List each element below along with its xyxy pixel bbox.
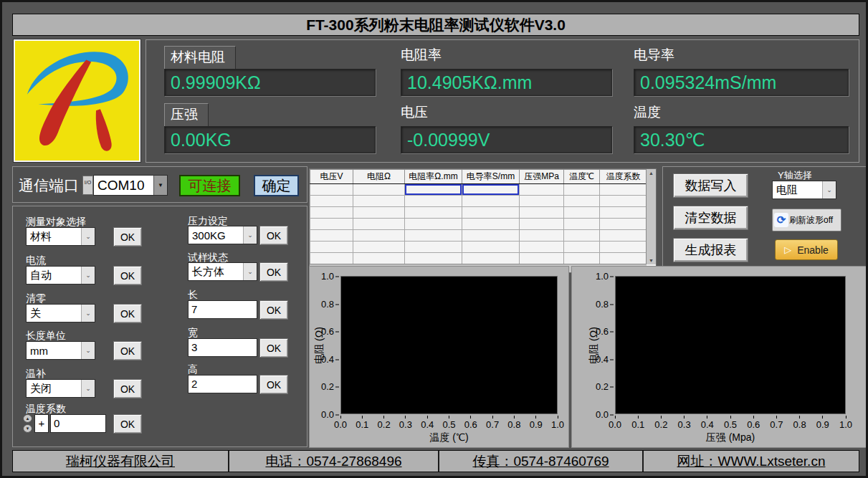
current-ok-button[interactable]: OK <box>113 266 142 285</box>
measure-object-ok-button[interactable]: OK <box>113 227 142 247</box>
width-input[interactable]: 3 <box>188 338 257 357</box>
table-cell[interactable] <box>310 242 353 253</box>
chevron-down-icon[interactable]: ⌄ <box>81 380 95 397</box>
table-cell[interactable] <box>462 184 520 196</box>
temp-coefficient-ok-button[interactable]: OK <box>113 414 142 434</box>
table-column-header[interactable]: 温度系数 <box>600 170 647 184</box>
table-cell[interactable] <box>564 219 600 230</box>
table-cell[interactable] <box>462 253 520 264</box>
enable-button[interactable]: ▷ Enable <box>775 239 838 260</box>
chevron-down-icon[interactable]: ⌄ <box>81 228 95 245</box>
sample-state-select[interactable]: 长方体⌄ <box>188 262 257 281</box>
table-cell[interactable] <box>520 207 564 219</box>
table-cell[interactable] <box>310 207 353 219</box>
table-cell[interactable] <box>462 242 520 253</box>
chevron-down-icon[interactable]: ⌄ <box>81 342 95 359</box>
height-input[interactable]: 2 <box>188 375 257 393</box>
table-cell[interactable] <box>405 219 462 230</box>
table-cell[interactable] <box>462 219 520 230</box>
plot-area[interactable] <box>340 276 558 414</box>
length-input[interactable]: 7 <box>188 300 257 319</box>
table-cell[interactable] <box>564 242 600 253</box>
table-cell[interactable] <box>310 219 353 230</box>
table-column-header[interactable]: 电阻Ω <box>353 170 405 184</box>
table-cell[interactable] <box>564 207 600 219</box>
table-column-header[interactable]: 温度℃ <box>564 170 600 184</box>
confirm-button[interactable]: 确定 <box>254 175 299 196</box>
chevron-down-icon[interactable]: ⌄ <box>243 226 257 244</box>
table-cell[interactable] <box>600 230 647 242</box>
refresh-waveform-button[interactable]: ⟳ 刷新波形off <box>772 209 841 231</box>
table-cell[interactable] <box>405 196 462 207</box>
scroll-down-icon[interactable]: ▼ <box>649 258 654 263</box>
y-axis-select[interactable]: 电阻⌄ <box>772 181 836 199</box>
table-cell[interactable] <box>405 207 462 219</box>
table-cell[interactable] <box>405 253 462 264</box>
table-cell[interactable] <box>353 184 405 196</box>
current-select[interactable]: 自动⌄ <box>26 266 95 285</box>
table-cell[interactable] <box>564 230 600 242</box>
table-column-header[interactable]: 电阻率Ω.mm <box>405 170 462 184</box>
generate-report-button[interactable]: 生成报表 <box>673 238 748 262</box>
table-cell[interactable] <box>405 184 462 196</box>
clear-data-button[interactable]: 清空数据 <box>673 206 748 230</box>
table-cell[interactable] <box>600 253 647 264</box>
sample-state-ok-button[interactable]: OK <box>259 262 288 282</box>
temp-coefficient-input[interactable]: 0 <box>50 414 106 433</box>
table-cell[interactable] <box>310 230 353 242</box>
length-ok-button[interactable]: OK <box>259 300 288 320</box>
zeroing-ok-button[interactable]: OK <box>113 304 142 323</box>
table-cell[interactable] <box>520 242 564 253</box>
chevron-down-icon[interactable]: ⌄ <box>81 305 95 322</box>
dropdown-arrow-icon[interactable]: ▼ <box>153 176 167 195</box>
table-cell[interactable] <box>462 196 520 207</box>
temp-comp-select[interactable]: 关闭⌄ <box>26 379 95 398</box>
table-cell[interactable] <box>600 207 647 219</box>
table-column-header[interactable]: 电压V <box>310 170 353 184</box>
table-cell[interactable] <box>353 242 405 253</box>
table-cell[interactable] <box>564 196 600 207</box>
table-cell[interactable] <box>353 230 405 242</box>
table-cell[interactable] <box>520 196 564 207</box>
width-ok-button[interactable]: OK <box>259 338 288 358</box>
temp-coefficient-stepper[interactable]: ▲ ▼ <box>23 414 33 433</box>
table-cell[interactable] <box>520 230 564 242</box>
connect-status-button[interactable]: 可连接 <box>179 175 240 196</box>
length-unit-ok-button[interactable]: OK <box>113 341 142 360</box>
table-cell[interactable] <box>462 207 520 219</box>
table-cell[interactable] <box>520 184 564 196</box>
zeroing-select[interactable]: 关⌄ <box>26 304 95 322</box>
table-cell[interactable] <box>520 253 564 264</box>
spin-up-icon[interactable]: ▲ <box>23 414 32 423</box>
table-cell[interactable] <box>353 219 405 230</box>
table-cell[interactable] <box>600 196 647 207</box>
table-cell[interactable] <box>600 242 647 253</box>
chevron-down-icon[interactable]: ⌄ <box>243 263 257 280</box>
table-cell[interactable] <box>564 253 600 264</box>
table-cell[interactable] <box>462 230 520 242</box>
length-unit-select[interactable]: mm⌄ <box>26 341 95 360</box>
table-cell[interactable] <box>600 184 647 196</box>
write-data-button[interactable]: 数据写入 <box>673 173 748 198</box>
table-cell[interactable] <box>405 230 462 242</box>
pressure-set-select[interactable]: 300KG⌄ <box>188 226 257 244</box>
spin-down-icon[interactable]: ▼ <box>23 424 32 433</box>
table-cell[interactable] <box>310 253 353 264</box>
table-cell[interactable] <box>520 219 564 230</box>
com-port-select[interactable]: COM10 ▼ <box>93 175 168 196</box>
height-ok-button[interactable]: OK <box>259 375 288 394</box>
measure-object-select[interactable]: 材料⌄ <box>26 227 95 246</box>
table-cell[interactable] <box>353 253 405 264</box>
temp-comp-ok-button[interactable]: OK <box>113 379 142 398</box>
scroll-up-icon[interactable]: ▲ <box>649 171 654 176</box>
pressure-set-ok-button[interactable]: OK <box>259 226 288 245</box>
table-cell[interactable] <box>310 196 353 207</box>
table-cell[interactable] <box>600 219 647 230</box>
table-cell[interactable] <box>353 196 405 207</box>
table-cell[interactable] <box>353 207 405 219</box>
chevron-down-icon[interactable]: ⌄ <box>81 267 95 284</box>
table-column-header[interactable]: 压强MPa <box>520 170 564 184</box>
table-column-header[interactable]: 电导率S/mm <box>462 170 520 184</box>
table-vertical-scrollbar[interactable]: ▲ ▼ <box>646 169 656 264</box>
table-cell[interactable] <box>564 184 600 196</box>
